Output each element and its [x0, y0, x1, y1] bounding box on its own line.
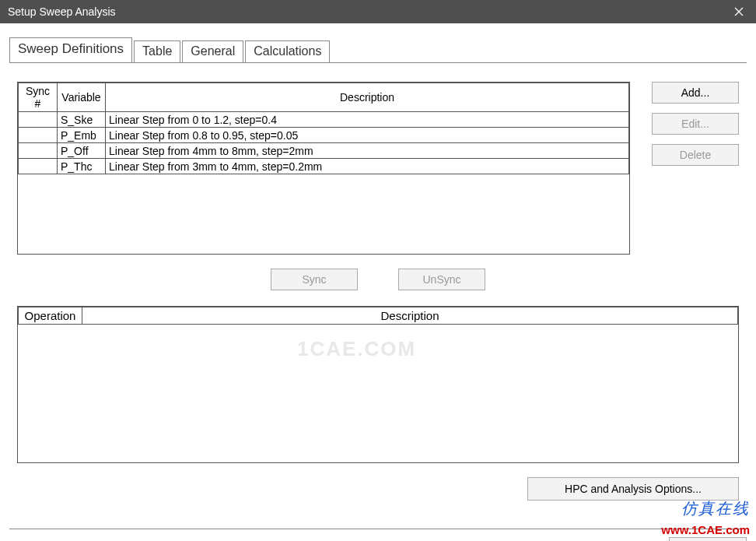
tab-bar: Sweep Definitions Table General Calculat…: [9, 37, 747, 62]
col-header-sync[interactable]: Sync #: [19, 83, 58, 112]
cell-description[interactable]: Linear Step from 3mm to 4mm, step=0.2mm: [106, 159, 629, 174]
dialog-buttons: 确定: [9, 529, 747, 541]
cell-sync[interactable]: [19, 112, 58, 128]
cell-sync[interactable]: [19, 159, 58, 174]
table-row[interactable]: P_Thc Linear Step from 3mm to 4mm, step=…: [19, 159, 629, 174]
hpc-row: HPC and Analysis Options...: [17, 477, 739, 501]
sweep-table[interactable]: Sync # Variable Description S_Ske Linear…: [17, 82, 630, 255]
cell-variable[interactable]: P_Thc: [58, 159, 106, 174]
cell-description[interactable]: Linear Step from 0 to 1.2, step=0.4: [106, 112, 629, 128]
sweep-area: Sync # Variable Description S_Ske Linear…: [17, 82, 739, 255]
cell-variable[interactable]: S_Ske: [58, 112, 106, 128]
table-row[interactable]: S_Ske Linear Step from 0 to 1.2, step=0.…: [19, 112, 629, 128]
operation-table[interactable]: Operation Description: [17, 306, 739, 463]
cell-description[interactable]: Linear Step from 4mm to 8mm, step=2mm: [106, 143, 629, 159]
cell-variable[interactable]: P_Emb: [58, 128, 106, 143]
sync-buttons: Sync UnSync: [17, 269, 739, 290]
col-header-operation[interactable]: Operation: [19, 307, 82, 325]
col-header-variable[interactable]: Variable: [58, 83, 106, 112]
tab-table[interactable]: Table: [134, 40, 180, 63]
window-title: Setup Sweep Analysis: [8, 5, 721, 18]
hpc-options-button[interactable]: HPC and Analysis Options...: [527, 477, 739, 501]
add-button[interactable]: Add...: [652, 82, 739, 104]
col-header-description[interactable]: Description: [106, 83, 629, 112]
titlebar: Setup Sweep Analysis: [0, 0, 756, 23]
table-row[interactable]: P_Emb Linear Step from 0.8 to 0.95, step…: [19, 128, 629, 143]
dialog-content: Sweep Definitions Table General Calculat…: [0, 23, 756, 518]
tab-calculations[interactable]: Calculations: [245, 40, 330, 63]
cell-variable[interactable]: P_Off: [58, 143, 106, 159]
close-button[interactable]: [721, 0, 756, 23]
tab-general[interactable]: General: [182, 40, 243, 63]
ok-button[interactable]: 确定: [669, 537, 747, 541]
close-icon: [734, 7, 744, 16]
cell-sync[interactable]: [19, 143, 58, 159]
edit-button[interactable]: Edit...: [652, 113, 739, 135]
sync-button[interactable]: Sync: [271, 269, 358, 290]
cell-description[interactable]: Linear Step from 0.8 to 0.95, step=0.05: [106, 128, 629, 143]
cell-sync[interactable]: [19, 128, 58, 143]
tab-sweep-definitions[interactable]: Sweep Definitions: [9, 37, 132, 62]
button-column: Add... Edit... Delete: [652, 82, 739, 255]
table-row[interactable]: P_Off Linear Step from 4mm to 8mm, step=…: [19, 143, 629, 159]
col-header-op-description[interactable]: Description: [82, 307, 738, 325]
delete-button[interactable]: Delete: [652, 144, 739, 166]
tab-panel: Sync # Variable Description S_Ske Linear…: [9, 62, 747, 508]
unsync-button[interactable]: UnSync: [398, 269, 485, 290]
